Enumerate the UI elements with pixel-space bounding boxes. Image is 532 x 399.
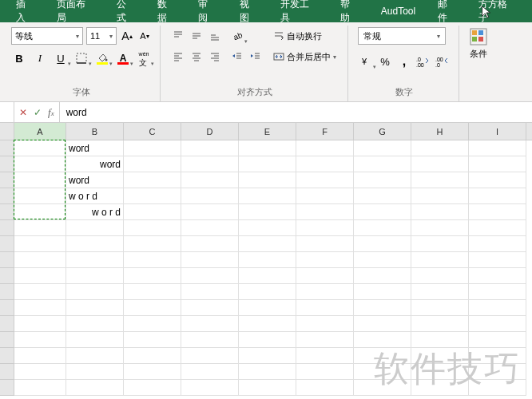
cell-D5[interactable]	[181, 204, 239, 220]
cell-H12[interactable]	[411, 316, 469, 332]
cell-C2[interactable]	[124, 156, 181, 172]
bold-button[interactable]: B	[11, 49, 27, 67]
decrease-decimal[interactable]: .00.0	[435, 53, 451, 70]
cell-F16[interactable]	[296, 380, 354, 396]
formula-input[interactable]: word	[60, 107, 532, 118]
cell-G13[interactable]	[354, 332, 411, 348]
spreadsheet-grid[interactable]: wordwordwordw o r dw o r d	[0, 140, 532, 396]
currency-button[interactable]: ¥	[358, 53, 374, 70]
increase-indent[interactable]	[248, 48, 264, 65]
cell-B13[interactable]	[66, 332, 124, 348]
number-format-combo[interactable]: 常规 ▾	[358, 27, 446, 45]
cell-F14[interactable]	[296, 348, 354, 364]
row-header[interactable]	[0, 300, 14, 316]
cell-D6[interactable]	[181, 220, 239, 236]
cell-F12[interactable]	[296, 316, 354, 332]
cell-D16[interactable]	[181, 380, 239, 396]
cell-I9[interactable]	[469, 268, 526, 284]
align-middle[interactable]	[189, 27, 204, 45]
row-header[interactable]	[0, 284, 14, 300]
cell-C7[interactable]	[124, 236, 181, 252]
cell-E2[interactable]	[239, 156, 296, 172]
cell-G15[interactable]	[354, 364, 411, 380]
cell-H11[interactable]	[411, 300, 469, 316]
cell-F1[interactable]	[296, 140, 354, 156]
tab-page-layout[interactable]: 页面布局	[46, 0, 105, 28]
column-header-I[interactable]: I	[469, 123, 526, 140]
cell-A8[interactable]	[14, 252, 66, 268]
cell-D10[interactable]	[181, 284, 239, 300]
cell-A9[interactable]	[14, 268, 66, 284]
cell-C8[interactable]	[124, 252, 181, 268]
cell-B9[interactable]	[66, 268, 124, 284]
align-bottom[interactable]	[207, 27, 223, 45]
cell-F7[interactable]	[296, 236, 354, 252]
cell-C1[interactable]	[124, 140, 181, 156]
cell-A13[interactable]	[14, 332, 66, 348]
cell-E6[interactable]	[239, 220, 296, 236]
row-header[interactable]	[0, 316, 14, 332]
cell-G3[interactable]	[354, 172, 411, 188]
tab-audtool[interactable]: AudTool	[370, 2, 427, 20]
cell-I13[interactable]	[469, 332, 526, 348]
merge-center-button[interactable]: 合并后居中 ▾	[270, 48, 339, 65]
cell-D8[interactable]	[181, 252, 239, 268]
column-header-F[interactable]: F	[296, 123, 354, 140]
tab-insert[interactable]: 插入	[5, 0, 46, 28]
align-top[interactable]	[170, 27, 186, 45]
row-header[interactable]	[0, 268, 14, 284]
cell-I6[interactable]	[469, 220, 526, 236]
cell-H7[interactable]	[411, 236, 469, 252]
cell-E7[interactable]	[239, 236, 296, 252]
cell-D3[interactable]	[181, 172, 239, 188]
cell-H1[interactable]	[411, 140, 469, 156]
cell-F15[interactable]	[296, 364, 354, 380]
cell-B15[interactable]	[66, 364, 124, 380]
cell-B4[interactable]: w o r d	[66, 188, 124, 204]
column-header-C[interactable]: C	[124, 123, 181, 140]
cell-G7[interactable]	[354, 236, 411, 252]
cell-F6[interactable]	[296, 220, 354, 236]
cell-H10[interactable]	[411, 284, 469, 300]
column-header-G[interactable]: G	[354, 123, 411, 140]
cell-I3[interactable]	[469, 172, 526, 188]
cell-I10[interactable]	[469, 284, 526, 300]
increase-font-size[interactable]: A▴	[120, 27, 134, 45]
cell-B2[interactable]: word	[66, 156, 124, 172]
cell-I2[interactable]	[469, 156, 526, 172]
conditional-formatting-icon[interactable]	[469, 27, 488, 46]
cell-A16[interactable]	[14, 380, 66, 396]
border-button[interactable]	[73, 49, 89, 67]
tab-review[interactable]: 审阅	[187, 0, 228, 28]
cell-C10[interactable]	[124, 284, 181, 300]
cell-H6[interactable]	[411, 220, 469, 236]
cell-E13[interactable]	[239, 332, 296, 348]
cell-D2[interactable]	[181, 156, 239, 172]
cell-B14[interactable]	[66, 348, 124, 364]
cell-C3[interactable]	[124, 172, 181, 188]
cell-C16[interactable]	[124, 380, 181, 396]
tab-help[interactable]: 帮助	[329, 0, 370, 28]
cell-G1[interactable]	[354, 140, 411, 156]
cell-A3[interactable]	[14, 172, 66, 188]
select-all-corner[interactable]	[0, 123, 14, 140]
cell-G9[interactable]	[354, 268, 411, 284]
row-header[interactable]	[0, 156, 14, 172]
cell-H16[interactable]	[411, 380, 469, 396]
cell-H2[interactable]	[411, 156, 469, 172]
name-box[interactable]	[0, 102, 14, 122]
cell-I4[interactable]	[469, 188, 526, 204]
cell-B11[interactable]	[66, 300, 124, 316]
cell-B1[interactable]: word	[66, 140, 124, 156]
align-left[interactable]	[170, 48, 186, 65]
cell-D4[interactable]	[181, 188, 239, 204]
cell-C13[interactable]	[124, 332, 181, 348]
cell-I15[interactable]	[469, 364, 526, 380]
cell-G10[interactable]	[354, 284, 411, 300]
column-header-D[interactable]: D	[181, 123, 239, 140]
cell-E16[interactable]	[239, 380, 296, 396]
cell-E1[interactable]	[239, 140, 296, 156]
cell-G2[interactable]	[354, 156, 411, 172]
cell-E12[interactable]	[239, 316, 296, 332]
cell-G16[interactable]	[354, 380, 411, 396]
